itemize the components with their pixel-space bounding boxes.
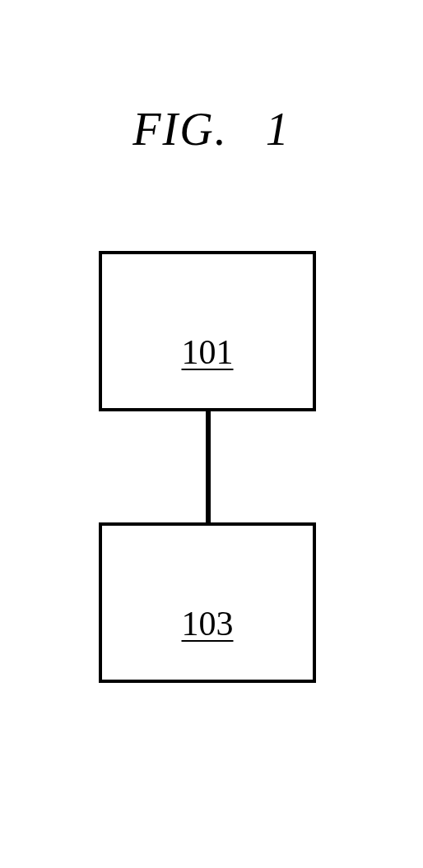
figure-title: FIG. 1 (0, 103, 423, 155)
figure-number: 1 (266, 104, 291, 155)
diagram-box-top: 101 (99, 251, 316, 411)
diagram-box-bottom: 103 (99, 522, 316, 683)
connector-line (206, 411, 211, 522)
box-label-top: 101 (182, 332, 234, 372)
figure-prefix: FIG. (132, 104, 227, 155)
box-label-bottom: 103 (182, 604, 234, 643)
